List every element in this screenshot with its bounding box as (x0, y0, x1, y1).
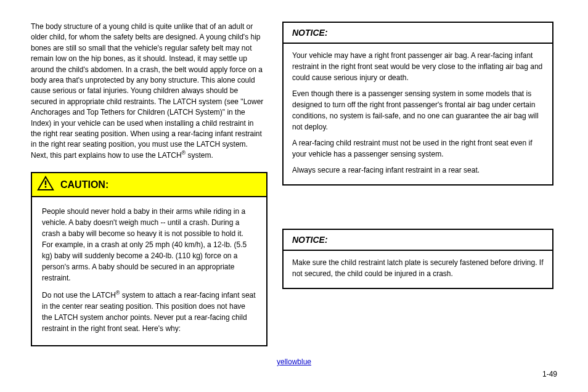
notice-box-1-header: NOTICE: (284, 23, 552, 44)
notice-box-2: NOTICE: Make sure the child restraint la… (282, 229, 553, 289)
notice-box-2-body: Make sure the child restraint latch plat… (284, 251, 552, 288)
caution-body: People should never hold a baby in their… (32, 197, 266, 345)
notice1-line4: Always secure a rear-facing infant restr… (292, 165, 544, 176)
notice1-line3: A rear-facing child restraint must not b… (292, 137, 544, 160)
caution-paragraph-2: Do not use the LATCH® system to attach a… (42, 290, 256, 334)
notice2-line1: Make sure the child restraint latch plat… (292, 257, 544, 279)
caution-paragraph-1: People should never hold a baby in their… (42, 206, 256, 284)
notice1-line1: Your vehicle may have a right front pass… (292, 50, 544, 83)
caution-box: CAUTION: People should never hold a baby… (31, 172, 267, 346)
notice-box-2-header: NOTICE: (284, 230, 552, 251)
notice-box-1-body: Your vehicle may have a right front pass… (284, 44, 552, 184)
warning-triangle-icon (37, 176, 54, 194)
svg-rect-2 (45, 186, 46, 188)
intro-line1-pre: The body structure of a young child is q… (31, 22, 263, 160)
intro-line1-post: system. (186, 151, 213, 160)
intro-paragraph: The body structure of a young child is q… (31, 22, 265, 161)
caution-label: CAUTION: (60, 179, 108, 190)
footer-link[interactable]: yellowblue (277, 357, 311, 366)
page-number: 1-49 (542, 370, 557, 378)
footer-link-container: yellowblue (31, 356, 557, 367)
notice-box-1: NOTICE: Your vehicle may have a right fr… (282, 22, 553, 186)
notice1-line2: Even though there is a passenger sensing… (292, 88, 544, 133)
svg-rect-1 (45, 181, 46, 185)
caution-header: CAUTION: (32, 173, 266, 197)
